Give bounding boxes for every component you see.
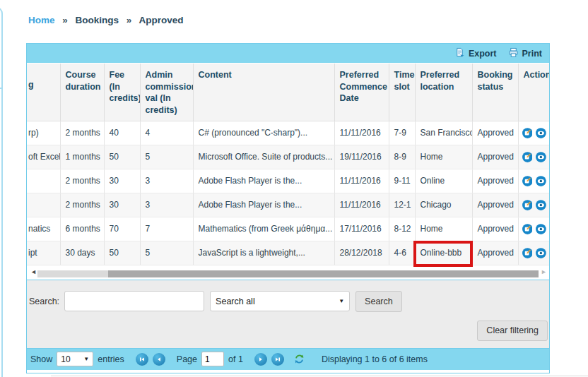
cell-fee: 30 [104,169,140,193]
cell-content: Microsoft Office. Suite of products... [193,145,334,169]
col-header-preferred-location: Preferred location [415,64,472,121]
cell-preferred-location: Online-bbb [415,241,472,265]
chevron-down-icon: ▼ [339,298,344,304]
table-row: 2 months 30 3 Adobe Flash Player is the.… [27,169,549,193]
breadcrumb-approved[interactable]: Approved [139,15,184,25]
col-header-commence-date: Preferred Commence Date [334,64,389,121]
edit-icon[interactable] [522,175,533,187]
cell-course-duration: 2 months [60,193,104,217]
cell-admin-commission: 7 [140,217,193,241]
cell-actions [518,145,549,169]
cell-actions [518,217,549,241]
cell-commence-date: 11/11/2016 [334,121,389,145]
breadcrumb-bookings[interactable]: Bookings [76,15,119,25]
previous-page-button[interactable] [153,353,165,366]
cell-course-name: ipt [27,241,60,265]
page-number-input[interactable] [201,352,224,366]
cell-booking-status: Approved [472,145,518,169]
cell-time-slot: 4-6 [389,241,415,265]
chevron-down-icon: ▼ [83,356,89,362]
view-icon[interactable] [536,223,546,235]
breadcrumb-separator: » [62,15,68,25]
cell-course-name: oft Excel [27,145,60,169]
cell-admin-commission: 5 [140,145,193,169]
cell-actions [518,121,549,145]
horizontal-scrollbar: ◄ ► [27,265,549,280]
last-page-button[interactable] [271,353,284,366]
cell-course-duration: 30 days [60,241,104,265]
cell-course-duration: 2 months [60,169,104,193]
breadcrumb-separator: » [127,15,132,25]
cell-commence-date: 11/11/2016 [334,193,389,217]
view-icon[interactable] [536,175,546,187]
cell-actions [518,241,549,265]
pagination-bar: Show 10 ▼ entries Page of 1 Displaying 1… [27,348,549,370]
cell-content: C# (pronounced "C-sharp")... [193,121,334,145]
edit-icon[interactable] [522,151,533,163]
cell-content: Mathematics (from Greek μάθημα... [193,217,334,241]
bookings-table: g Course duration Fee (In credits) Admin… [27,64,549,265]
print-icon [508,47,519,60]
first-page-button[interactable] [136,353,148,366]
cell-course-duration: 1 months [60,145,104,169]
table-row: rp) 2 months 40 4 C# (pronounced "C-shar… [27,121,549,145]
scrollbar-track[interactable] [37,270,539,277]
edit-icon[interactable] [522,223,533,235]
page-size-select[interactable]: 10 ▼ [57,352,93,366]
edit-icon[interactable] [522,127,533,139]
entries-label: entries [98,354,124,364]
breadcrumb-home[interactable]: Home [28,15,55,25]
search-button[interactable]: Search [355,291,402,312]
edit-icon[interactable] [522,199,533,211]
cell-fee: 40 [104,121,140,145]
breadcrumb: Home » Bookings » Approved [28,15,184,25]
cell-admin-commission: 5 [140,241,193,265]
export-label: Export [469,49,497,59]
print-button[interactable]: Print [508,47,542,60]
table-row: natics 6 months 70 7 Mathematics (from G… [27,217,549,241]
clear-filtering-button[interactable]: Clear filtering [477,321,548,341]
export-button[interactable]: Export [454,47,497,60]
cell-fee: 50 [104,241,140,265]
cell-preferred-location: San Francisco [415,121,472,145]
cell-course-name [27,193,60,217]
cell-time-slot: 8-12 [389,217,415,241]
col-header-course-duration: Course duration [60,64,104,121]
view-icon[interactable] [536,247,546,259]
cell-booking-status: Approved [472,217,518,241]
cell-fee: 30 [104,193,140,217]
scroll-right-arrow-icon[interactable]: ► [541,268,547,275]
cell-course-name [27,169,60,193]
page-size-value: 10 [61,354,70,364]
cell-time-slot: 7-9 [389,121,415,145]
search-field-selected: Search all [216,297,255,306]
view-icon[interactable] [536,151,546,163]
edit-icon[interactable] [522,247,533,259]
scroll-left-arrow-icon[interactable]: ◄ [30,268,37,275]
cell-course-duration: 6 months [60,217,104,241]
col-header-admin-commission: Admin commission val (In credits) [140,64,193,121]
table-row: 2 months 30 3 Adobe Flash Player is the.… [27,193,549,217]
cell-commence-date: 11/11/2016 [334,169,389,193]
left-panel-edge [0,7,3,377]
cell-fee: 70 [104,217,140,241]
search-field-select[interactable]: Search all ▼ [210,291,350,311]
col-header-actions: Actions [518,64,549,121]
cell-commence-date: 17/11/2016 [334,217,389,241]
cell-booking-status: Approved [472,169,518,193]
cell-preferred-location: Home [415,217,472,241]
scrollbar-thumb[interactable] [108,270,539,277]
cell-fee: 50 [104,145,140,169]
view-icon[interactable] [536,127,546,139]
next-page-button[interactable] [254,353,267,366]
page-bottom-divider [51,376,588,376]
view-icon[interactable] [536,199,546,211]
cell-commence-date: 19/11/2016 [334,145,389,169]
cell-course-name: rp) [27,121,60,145]
cell-time-slot: 9-11 [389,169,415,193]
show-label: Show [30,354,52,364]
search-input[interactable] [64,291,204,311]
cell-time-slot: 8-9 [389,145,415,169]
cell-admin-commission: 3 [140,193,193,217]
refresh-icon[interactable] [294,354,305,364]
